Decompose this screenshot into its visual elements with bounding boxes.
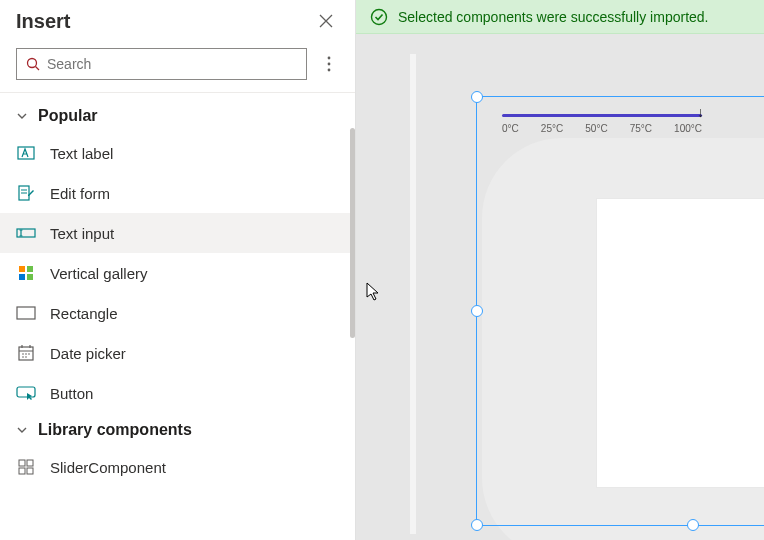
slider-tick: 75°C [630,123,652,134]
svg-point-32 [372,9,387,24]
date-picker-icon [16,343,36,363]
item-text-input[interactable]: Text input [0,213,355,253]
resize-handle-bottom-left[interactable] [471,519,483,531]
section-library[interactable]: Library components [0,413,355,447]
slider-tick-labels: 0°C 25°C 50°C 75°C 100°C [502,123,702,134]
svg-point-24 [28,353,30,355]
slider-arrow-icon: ↓ [697,104,704,120]
slider-component-instance[interactable]: ↓ 0°C 25°C 50°C 75°C 100°C [502,114,702,134]
vertical-ruler [410,54,416,534]
chevron-down-icon [16,110,28,122]
svg-point-4 [328,69,331,72]
item-label: Button [50,385,93,402]
component-icon [16,457,36,477]
svg-point-3 [328,63,331,66]
section-label: Library components [38,421,192,439]
text-label-icon [16,143,36,163]
slider-tick: 50°C [585,123,607,134]
svg-rect-29 [27,460,33,466]
svg-point-2 [328,57,331,60]
svg-point-0 [28,59,37,68]
success-toast: Selected components were successfully im… [356,0,764,34]
item-label: Text input [50,225,114,242]
section-popular[interactable]: Popular [0,99,355,133]
success-check-icon [370,8,388,26]
edit-form-icon [16,183,36,203]
panel-title: Insert [16,10,70,33]
item-edit-form[interactable]: Edit form [0,173,355,213]
svg-rect-15 [19,274,25,280]
svg-rect-17 [17,307,35,319]
svg-rect-27 [17,387,35,397]
insert-panel: Insert Popular [0,0,356,540]
svg-point-23 [25,353,27,355]
item-label: Text label [50,145,113,162]
rectangle-icon [16,303,36,323]
more-options-icon[interactable] [319,52,339,76]
button-icon [16,383,36,403]
svg-rect-31 [27,468,33,474]
svg-point-26 [25,356,27,358]
item-label: Date picker [50,345,126,362]
item-label: Rectangle [50,305,118,322]
canvas-area[interactable]: Selected components were successfully im… [356,0,764,540]
section-label: Popular [38,107,98,125]
slider-track[interactable]: ↓ [502,114,702,117]
chevron-down-icon [16,424,28,436]
svg-rect-16 [27,274,33,280]
svg-rect-30 [19,468,25,474]
vertical-gallery-icon [16,263,36,283]
item-slider-component[interactable]: SliderComponent [0,447,355,487]
slider-tick: 25°C [541,123,563,134]
slider-tick: 0°C [502,123,519,134]
panel-scrollbar[interactable] [350,128,355,338]
item-date-picker[interactable]: Date picker [0,333,355,373]
toast-message: Selected components were successfully im… [398,9,708,25]
item-rectangle[interactable]: Rectangle [0,293,355,333]
mouse-cursor-icon [366,282,382,302]
svg-point-22 [22,353,24,355]
component-list: Popular Text label Edit form Text input [0,93,355,540]
item-button[interactable]: Button [0,373,355,413]
search-field[interactable] [47,56,298,72]
svg-rect-13 [19,266,25,272]
item-vertical-gallery[interactable]: Vertical gallery [0,253,355,293]
search-input[interactable] [16,48,307,80]
search-icon [25,56,41,72]
svg-line-1 [36,67,40,71]
resize-handle-top-left[interactable] [471,91,483,103]
item-label: Edit form [50,185,110,202]
slider-tick: 100°C [674,123,702,134]
close-icon[interactable] [313,8,339,34]
svg-rect-28 [19,460,25,466]
resize-handle-mid-left[interactable] [471,305,483,317]
text-input-icon [16,223,36,243]
item-text-label[interactable]: Text label [0,133,355,173]
svg-rect-14 [27,266,33,272]
svg-point-25 [22,356,24,358]
item-label: SliderComponent [50,459,166,476]
item-label: Vertical gallery [50,265,148,282]
selection-box[interactable] [476,96,764,526]
